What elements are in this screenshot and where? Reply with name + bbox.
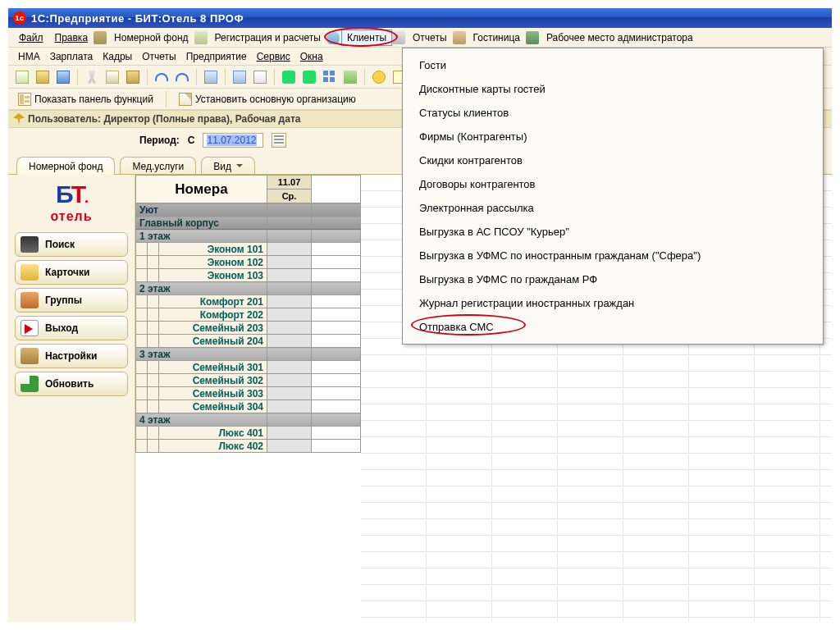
dropdown-item[interactable]: Журнал регистрации иностранных граждан — [403, 291, 823, 315]
room-date-cell[interactable] — [267, 400, 312, 413]
room-ext-cell[interactable] — [312, 243, 361, 256]
dropdown-item[interactable]: Статусы клиентов — [403, 101, 823, 125]
room-ext-cell[interactable] — [312, 427, 361, 440]
menu-service[interactable]: Сервис — [252, 49, 295, 64]
room-ext-cell[interactable] — [312, 335, 361, 348]
room-ext-cell[interactable] — [312, 374, 361, 387]
room-date-cell[interactable] — [267, 256, 312, 269]
grid-row[interactable]: Семейный 303 — [136, 387, 361, 400]
room-ext-cell[interactable] — [312, 361, 361, 374]
toolbar-windows-button[interactable] — [321, 68, 339, 86]
room-date-cell[interactable] — [267, 387, 312, 400]
room-date-cell[interactable] — [267, 374, 312, 387]
room-ext-cell[interactable] — [312, 440, 361, 453]
dropdown-item[interactable]: Выгрузка в АС ПСОУ "Курьер" — [403, 220, 823, 244]
grid-row[interactable]: Семейный 301 — [136, 361, 361, 374]
toolbar-open-button[interactable] — [34, 68, 52, 86]
room-date-cell[interactable] — [267, 335, 312, 348]
dropdown-item[interactable]: Фирмы (Контрагенты) — [403, 125, 823, 148]
toolbar-cut-button[interactable] — [83, 68, 101, 86]
calendar-picker-button[interactable] — [272, 133, 286, 148]
room-ext-cell[interactable] — [312, 400, 361, 413]
dropdown-item[interactable]: Выгрузка в УФМС по гражданам РФ — [403, 267, 823, 291]
room-date-cell[interactable] — [267, 308, 312, 322]
grid-row[interactable]: Комфорт 201 — [136, 295, 361, 308]
grid-row[interactable]: Люкс 402 — [136, 440, 361, 453]
toolbar-new-button[interactable] — [13, 68, 31, 86]
set-default-org[interactable]: Установить основную организацию — [174, 91, 361, 107]
menu-hr[interactable]: Кадры — [98, 49, 137, 64]
grid-row[interactable]: 2 этаж — [136, 282, 361, 295]
sidebar-search-button[interactable]: Поиск — [15, 232, 128, 257]
toolbar-help-button[interactable] — [370, 68, 388, 86]
menu-reports2[interactable]: Отчеты — [137, 49, 180, 64]
room-ext-cell[interactable] — [312, 308, 361, 322]
grid-row[interactable]: Семейный 304 — [136, 400, 361, 413]
grid-row[interactable]: Эконом 102 — [136, 256, 361, 269]
toolbar-copy-button[interactable] — [103, 68, 121, 86]
menu-file[interactable]: Файл — [13, 30, 49, 46]
menu-reports[interactable]: Отчеты — [407, 30, 452, 46]
toolbar-redo-button[interactable] — [173, 68, 191, 86]
dropdown-item[interactable]: Отправка СМС — [403, 315, 823, 339]
room-ext-cell[interactable] — [312, 269, 361, 282]
room-grid[interactable]: Номера 11.07 Ср. УютГлавный корпус1 этаж… — [135, 175, 361, 453]
toolbar-paste-button[interactable] — [124, 68, 142, 86]
room-date-cell[interactable] — [267, 243, 312, 256]
grid-row[interactable]: 4 этаж — [136, 413, 361, 427]
grid-row[interactable]: 3 этаж — [136, 348, 361, 361]
grid-row[interactable]: Эконом 101 — [136, 243, 361, 256]
dropdown-item[interactable]: Скидки контрагентов — [403, 148, 823, 172]
menu-edit[interactable]: Правка — [49, 30, 94, 46]
menu-rooms[interactable]: Номерной фонд — [108, 30, 194, 46]
room-date-cell[interactable] — [267, 427, 312, 440]
grid-row[interactable]: Эконом 103 — [136, 269, 361, 282]
room-ext-cell[interactable] — [312, 387, 361, 400]
dropdown-item[interactable]: Договоры контрагентов — [403, 172, 823, 196]
tab-med[interactable]: Мед.услуги — [120, 157, 196, 175]
room-ext-cell[interactable] — [312, 322, 361, 335]
room-ext-cell[interactable] — [312, 295, 361, 308]
menu-clients[interactable]: Клиенты — [341, 30, 392, 46]
grid-row[interactable]: Семейный 204 — [136, 335, 361, 348]
toolbar-chart-button[interactable] — [341, 68, 359, 86]
toolbar-find-button[interactable] — [202, 68, 220, 86]
dropdown-item[interactable]: Электронная рассылка — [403, 196, 823, 220]
sidebar-groups-button[interactable]: Группы — [15, 288, 128, 313]
room-date-cell[interactable] — [267, 322, 312, 335]
grid-row[interactable]: Уют — [136, 203, 361, 217]
toolbar-calc-button[interactable] — [231, 68, 249, 86]
grid-row[interactable]: Люкс 401 — [136, 427, 361, 440]
tab-view[interactable]: Вид — [201, 157, 255, 175]
toolbar-save-button[interactable] — [54, 68, 72, 86]
tab-rooms[interactable]: Номерной фонд — [16, 157, 115, 175]
dropdown-item[interactable]: Дисконтные карты гостей — [403, 77, 823, 101]
dropdown-item[interactable]: Гости — [403, 53, 823, 77]
toolbar-green-button[interactable] — [280, 68, 298, 86]
room-date-cell[interactable] — [267, 440, 312, 453]
room-date-cell[interactable] — [267, 295, 312, 308]
room-date-cell[interactable] — [267, 269, 312, 282]
menu-nma[interactable]: НМА — [13, 49, 45, 64]
period-from-input[interactable]: 11.07.2012 — [203, 133, 263, 148]
toolbar-green2-button[interactable] — [300, 68, 318, 86]
sidebar-exit-button[interactable]: Выход — [15, 316, 128, 340]
grid-row[interactable]: Семейный 203 — [136, 322, 361, 335]
toolbar-calendar-button[interactable] — [251, 68, 269, 86]
grid-row[interactable]: 1 этаж — [136, 230, 361, 243]
menu-hotel[interactable]: Гостиница — [468, 30, 526, 46]
room-ext-cell[interactable] — [312, 256, 361, 269]
dropdown-item[interactable]: Выгрузка в УФМС по иностранным гражданам… — [403, 244, 823, 267]
menu-admin-workplace[interactable]: Рабочее место администратора — [541, 30, 699, 46]
show-functions-panel[interactable]: Показать панель функций — [13, 91, 158, 107]
sidebar-settings-button[interactable]: Настройки — [15, 344, 128, 368]
room-date-cell[interactable] — [267, 361, 312, 374]
menu-enterprise[interactable]: Предприятие — [181, 49, 252, 64]
toolbar-undo-button[interactable] — [153, 68, 171, 86]
grid-row[interactable]: Семейный 302 — [136, 374, 361, 387]
grid-row[interactable]: Комфорт 202 — [136, 308, 361, 322]
sidebar-refresh-button[interactable]: Обновить — [15, 372, 128, 396]
menu-windows[interactable]: Окна — [295, 49, 328, 64]
menu-registration[interactable]: Регистрация и расчеты — [209, 30, 326, 46]
sidebar-cards-button[interactable]: Карточки — [15, 260, 128, 285]
